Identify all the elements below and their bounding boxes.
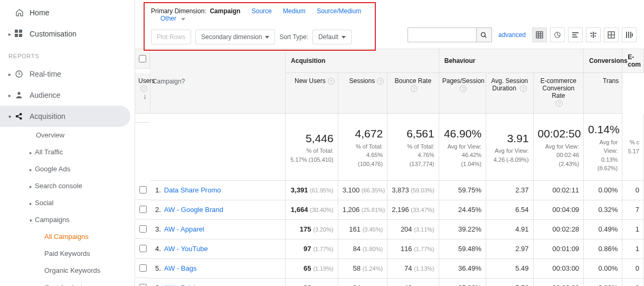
nav-realtime[interactable]: ▸ Real-time — [0, 63, 135, 85]
table-row: 4.AW - YouTube97 (1.77%)84 (1.80%)116 (1… — [135, 239, 644, 259]
plot-rows-button: Plot Rows — [151, 30, 191, 44]
svg-rect-14 — [572, 36, 577, 38]
row-checkbox[interactable] — [139, 206, 147, 213]
nav-cost-analysis[interactable]: Cost Analysis — [0, 279, 135, 286]
label: Acquisition — [30, 112, 65, 121]
campaign-link[interactable]: AW - Bags — [164, 264, 197, 272]
main: Primary Dimension: Campaign Source Mediu… — [135, 0, 644, 286]
col-trans[interactable]: Trans — [603, 77, 619, 85]
row-index: 2. — [150, 200, 162, 219]
advanced-link[interactable]: advanced — [498, 31, 526, 39]
nav-organic-keywords[interactable]: Organic Keywords — [0, 262, 135, 279]
nav-acquisition[interactable]: ▾ Acquisition — [0, 106, 130, 127]
clock-icon — [15, 70, 30, 78]
help-icon[interactable]: ? — [520, 85, 527, 92]
home-icon — [15, 8, 30, 17]
nav-customisation[interactable]: ▸ Customisation — [0, 23, 135, 44]
view-pivot-button[interactable] — [622, 27, 637, 42]
view-bar-button[interactable] — [568, 27, 583, 42]
table-row: 1.Data Share Promo3,391 (61.95%)3,100 (6… — [135, 180, 644, 200]
nav-paid-keywords[interactable]: Paid Keywords — [0, 245, 135, 262]
primary-dimension-active[interactable]: Campaign — [210, 7, 240, 15]
help-icon[interactable]: ? — [140, 85, 147, 92]
help-icon[interactable]: ? — [460, 85, 467, 92]
svg-rect-2 — [15, 34, 18, 37]
view-term-cloud-button[interactable] — [604, 27, 619, 42]
data-table: Campaign? Acquisition Behaviour Conversi… — [135, 49, 644, 286]
svg-rect-3 — [19, 34, 22, 37]
nav-overview[interactable]: Overview — [0, 127, 135, 144]
col-sessions[interactable]: Sessions — [349, 77, 375, 85]
row-checkbox[interactable] — [139, 264, 147, 272]
nav-all-traffic[interactable]: ▸All Traffic — [0, 144, 135, 161]
col-ecr[interactable]: E-commerce Conversion Rate — [541, 77, 576, 99]
col-users[interactable]: Users — [138, 77, 155, 85]
row-checkbox[interactable] — [139, 186, 147, 193]
view-table-button[interactable] — [532, 27, 547, 42]
label: Customisation — [30, 30, 77, 38]
campaign-link[interactable]: AW - Apparel — [164, 225, 204, 233]
label: Other — [160, 15, 176, 22]
nav-campaigns[interactable]: ▾Campaigns — [0, 211, 135, 228]
svg-rect-0 — [15, 30, 18, 33]
table-row: 5.AW - Bags65 (1.19%)58 (1.24%)74 (1.13%… — [135, 259, 644, 278]
svg-rect-19 — [594, 35, 596, 36]
table-row: 2.AW - Google Brand1,664 (30.40%)1,206 (… — [135, 200, 644, 219]
col-campaign[interactable]: Campaign — [153, 78, 182, 85]
sort-arrow-down-icon[interactable]: ↓ — [143, 92, 147, 100]
svg-rect-18 — [591, 35, 592, 36]
total-bounce: 46.90% — [443, 125, 481, 142]
help-icon[interactable]: ? — [328, 78, 335, 85]
help-icon[interactable]: ? — [182, 78, 185, 85]
svg-rect-1 — [19, 30, 22, 33]
help-icon[interactable]: ? — [411, 85, 418, 92]
row-index: 5. — [150, 259, 162, 278]
group-acquisition: Acquisition — [286, 49, 439, 73]
dim-source-medium[interactable]: Source/Medium — [317, 7, 361, 15]
total-pps: 3.91 — [490, 130, 528, 147]
person-icon — [15, 91, 30, 99]
col-pps[interactable]: Pages/Session — [442, 77, 485, 85]
col-bounce[interactable]: Bounce Rate — [395, 77, 431, 85]
row-checkbox[interactable] — [139, 284, 147, 286]
nav-all-campaigns[interactable]: All Campaigns — [0, 228, 135, 245]
help-icon[interactable]: ? — [377, 78, 384, 85]
help-icon[interactable]: ? — [556, 100, 563, 107]
campaign-link[interactable]: AW - Drinkware — [164, 284, 212, 286]
row-checkbox[interactable] — [139, 245, 147, 252]
search-button[interactable] — [476, 27, 492, 42]
label: Google Ads — [35, 165, 70, 173]
svg-rect-24 — [632, 33, 633, 36]
totals-row: 5,446% of Total:5.17% (105,410) 4,672% o… — [135, 114, 644, 181]
row-index: 1. — [150, 180, 162, 200]
sort-type-button[interactable]: Default — [312, 30, 352, 44]
table-row: 6.AW - Drinkware38 (0.69%)34 (0.73%)40 (… — [135, 278, 644, 286]
nav-search-console[interactable]: ▸Search console — [0, 178, 135, 195]
reports-header: REPORTS — [0, 44, 135, 63]
sort-type-label: Sort Type: — [279, 33, 308, 41]
nav-social[interactable]: ▸Social — [0, 195, 135, 211]
col-new-users[interactable]: New Users — [295, 77, 326, 85]
secondary-dimension-button[interactable]: Secondary dimension — [195, 30, 275, 44]
dim-source[interactable]: Source — [252, 7, 272, 15]
select-all-checkbox[interactable] — [139, 55, 146, 62]
nav-home[interactable]: Home — [0, 2, 135, 23]
sidebar: Home ▸ Customisation REPORTS ▸ Real-time… — [0, 0, 135, 286]
dim-other[interactable]: Other — [160, 15, 185, 22]
view-comparison-button[interactable] — [586, 27, 601, 42]
view-pie-button[interactable] — [550, 27, 565, 42]
search-input[interactable] — [408, 27, 476, 42]
nav-google-ads[interactable]: ▸Google Ads — [0, 161, 135, 178]
dim-medium[interactable]: Medium — [283, 7, 306, 15]
label: Audience — [30, 91, 60, 99]
nav-audience[interactable]: ▸ Audience — [0, 85, 135, 106]
row-checkbox[interactable] — [139, 225, 147, 233]
row-index: 6. — [150, 278, 162, 286]
campaign-link[interactable]: AW - Google Brand — [164, 206, 223, 214]
campaign-link[interactable]: AW - YouTube — [164, 245, 208, 253]
total-ecr: 0.14% — [588, 121, 618, 138]
group-conversions[interactable]: Conversions — [584, 49, 622, 73]
label: Campaigns — [35, 216, 70, 224]
svg-rect-10 — [536, 32, 543, 38]
campaign-link[interactable]: Data Share Promo — [164, 186, 221, 194]
